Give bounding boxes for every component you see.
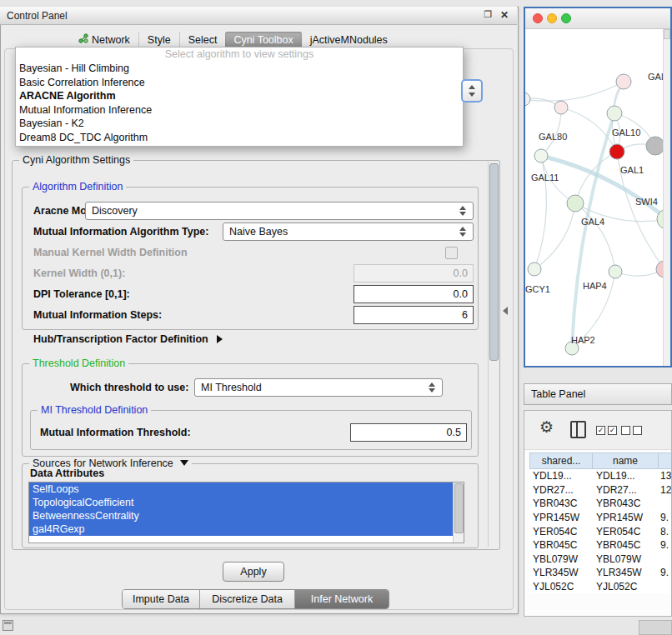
network-node[interactable] xyxy=(616,74,631,89)
algorithm-select-spinner[interactable] xyxy=(461,79,483,102)
attribute-item-topologicalcoefficient[interactable]: TopologicalCoefficient xyxy=(29,496,454,509)
select-all-rows-icon[interactable]: ✓ ✓ xyxy=(596,426,617,435)
apply-button[interactable]: Apply xyxy=(223,562,284,582)
kernel-width-input[interactable]: 0.0 xyxy=(354,264,474,282)
table-row[interactable]: YBR045CYBR045C9. xyxy=(529,538,672,552)
network-node[interactable] xyxy=(646,137,664,155)
table-row[interactable]: YJL052CYJL052C xyxy=(529,580,672,594)
network-scrollbar[interactable] xyxy=(663,29,670,367)
network-canvas[interactable]: GALGAL80GAL10GAL11GAL1SWI4GAL4GCY1HAP4HA… xyxy=(525,29,670,367)
table-cell: 12 xyxy=(659,484,672,496)
column-header-name[interactable]: name xyxy=(593,452,659,469)
dropdown-item-bayesian-k2[interactable]: Bayesian - K2 xyxy=(16,117,463,131)
which-threshold-label: Which threshold to use: xyxy=(70,382,188,393)
network-node[interactable] xyxy=(607,106,622,121)
attribute-item-betweennesscentrality[interactable]: BetweennessCentrality xyxy=(29,509,454,522)
table-row[interactable]: YDL19...YDL19...13 xyxy=(529,469,672,483)
table-row[interactable]: YPR145WYPR145W9. xyxy=(529,511,672,525)
docked-panel-icon[interactable] xyxy=(3,620,13,631)
close-traffic-light-icon[interactable] xyxy=(533,13,543,23)
table-header: shared... name xyxy=(529,452,672,469)
network-edge[interactable] xyxy=(534,203,575,269)
node-label: HAP2 xyxy=(571,335,595,345)
column-header-partial[interactable] xyxy=(659,452,672,469)
which-threshold-select[interactable]: MI Threshold xyxy=(194,378,443,397)
dropdown-item-dream8-dc-tdc-algorithm[interactable]: Dream8 DC_TDC Algorithm xyxy=(16,131,463,145)
network-node[interactable] xyxy=(525,92,530,106)
table-cell: YPR145W xyxy=(593,512,659,523)
table-row[interactable]: YDR27...YDR27...12 xyxy=(529,483,672,498)
network-edge[interactable] xyxy=(541,156,667,219)
data-attributes-list[interactable]: SelfLoopsTopologicalCoefficientBetweenne… xyxy=(28,482,464,543)
network-node[interactable] xyxy=(609,144,624,159)
dropdown-item-aracne-algorithm[interactable]: ARACNE Algorithm xyxy=(16,89,463,103)
node-label: GAL10 xyxy=(612,128,640,138)
minimize-traffic-light-icon[interactable] xyxy=(547,13,557,23)
mi-steps-input[interactable]: 6 xyxy=(354,306,474,324)
table-panel-titlebar[interactable]: Table Panel xyxy=(524,383,672,405)
attributes-scrollbar-thumb[interactable] xyxy=(454,483,464,533)
aracne-mode-select[interactable]: Discovery xyxy=(85,202,474,220)
kernel-width-label: Kernel Width (0,1): xyxy=(33,268,125,279)
settings-scrollbar-thumb[interactable] xyxy=(489,163,499,361)
bottom-tab-discretize-data[interactable]: Discretize Data xyxy=(199,590,294,608)
column-selector-icon[interactable] xyxy=(570,421,586,438)
bottom-tab-impute-data[interactable]: Impute Data xyxy=(123,590,199,608)
splitter-collapse-arrow[interactable] xyxy=(503,307,508,315)
control-panel-titlebar[interactable]: Control Panel ❐ ✕ xyxy=(0,7,517,25)
network-window-titlebar[interactable] xyxy=(525,8,670,29)
table-cell: YBR045C xyxy=(529,539,593,551)
network-edge[interactable] xyxy=(572,113,614,348)
column-header-shared-name[interactable]: shared... xyxy=(529,452,593,469)
tab-cyni-toolbox[interactable]: Cyni Toolbox xyxy=(225,32,301,48)
network-node[interactable] xyxy=(528,262,541,276)
table-cell: 13 xyxy=(659,470,672,482)
close-window-icon[interactable]: ✕ xyxy=(500,9,509,21)
table-row[interactable]: YBL079WYBL079W xyxy=(529,552,672,567)
table-row[interactable]: YBR043CYBR043C xyxy=(529,497,672,511)
bottom-tab-infer-network[interactable]: Infer Network xyxy=(294,590,389,608)
network-node[interactable] xyxy=(534,149,548,162)
dropdown-item-bayesian-hill-climbing[interactable]: Bayesian - Hill Climbing xyxy=(16,62,463,76)
gear-icon[interactable]: ⚙ xyxy=(539,418,554,437)
algorithm-dropdown-popup: Select algorithm to view settings Bayesi… xyxy=(15,47,464,147)
zoom-traffic-light-icon[interactable] xyxy=(561,13,571,23)
mi-threshold-input[interactable]: 0.5 xyxy=(350,423,467,442)
table-cell: 9. xyxy=(659,512,672,523)
control-panel-title: Control Panel xyxy=(7,10,68,22)
tab-network[interactable]: Network xyxy=(70,31,138,48)
network-view-window: GALGAL80GAL10GAL11GAL1SWI4GAL4GCY1HAP4HA… xyxy=(524,7,672,368)
attribute-item-gal4rgexp[interactable]: gal4RGexp xyxy=(29,522,454,536)
table-cell: YDL19... xyxy=(529,470,593,482)
deselect-all-rows-icon[interactable] xyxy=(621,426,642,435)
network-node[interactable] xyxy=(554,101,568,114)
manual-kernel-width-checkbox[interactable] xyxy=(445,247,458,259)
hub-section-toggle[interactable]: Hub/Transcription Factor Definition xyxy=(33,333,223,345)
cyni-settings-legend: Cyni Algorithm Settings xyxy=(19,154,133,166)
settings-scrollbar[interactable] xyxy=(488,162,499,547)
dropdown-item-mutual-information-inference[interactable]: Mutual Information Inference xyxy=(16,103,463,118)
network-node[interactable] xyxy=(567,195,584,212)
float-window-icon[interactable]: ❐ xyxy=(484,9,492,20)
mi-algorithm-type-select[interactable]: Naive Bayes xyxy=(223,222,474,241)
dropdown-item-basic-correlation-inference[interactable]: Basic Correlation Inference xyxy=(16,76,463,90)
unchecked-box-icon xyxy=(621,426,630,435)
table-row[interactable]: YLR345WYLR345W9. xyxy=(529,566,672,580)
table-cell: YER054C xyxy=(529,526,593,538)
dpi-tolerance-input[interactable]: 0.0 xyxy=(354,285,474,303)
network-scrollbar-button[interactable] xyxy=(664,29,670,39)
attribute-item-selfloops[interactable]: SelfLoops xyxy=(29,482,454,496)
algorithm-dropdown-list: Bayesian - Hill ClimbingBasic Correlatio… xyxy=(16,62,463,144)
table-cell: YLR345W xyxy=(529,567,593,578)
tab-select[interactable]: Select xyxy=(179,32,226,48)
network-edge[interactable] xyxy=(525,82,624,101)
attributes-scrollbar[interactable] xyxy=(453,482,464,542)
tab-style[interactable]: Style xyxy=(138,32,179,48)
network-node[interactable] xyxy=(609,265,622,278)
node-label: GCY1 xyxy=(525,284,550,294)
mi-steps-label: Mutual Information Steps: xyxy=(33,309,162,321)
table-row[interactable]: YER054CYER054C8. xyxy=(529,524,672,538)
mi-algorithm-type-label: Mutual Information Algorithm Type: xyxy=(33,226,208,238)
tab-jactivemnodules[interactable]: jActiveMNodules xyxy=(302,32,396,48)
threshold-definition-legend: Threshold Definition xyxy=(29,358,128,369)
